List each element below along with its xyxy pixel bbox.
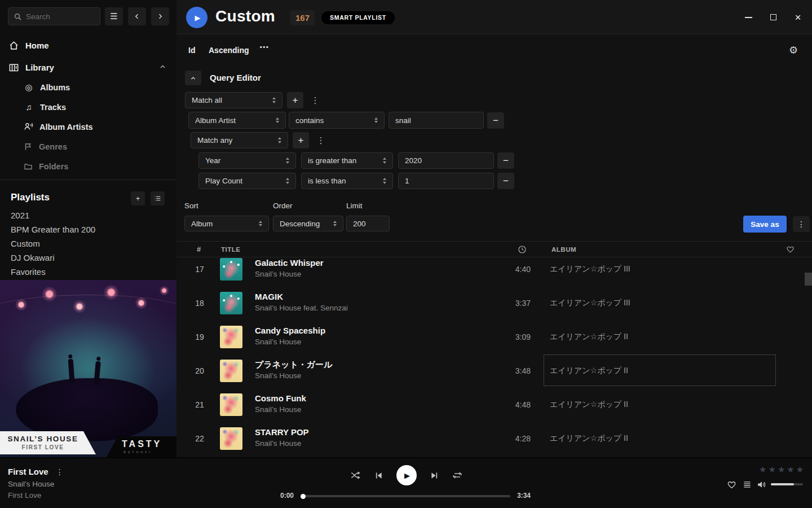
sidebar-item-library[interactable]: Library [0,56,176,78]
duration-column-clock-icon[interactable] [518,245,527,254]
track-album: エイリアン☆ポップ II [550,332,628,342]
track-row[interactable]: 22 STARRY POP Snail’s House 4:28 エイリアン☆ポ… [176,422,812,456]
rule1-field-select[interactable]: Album Artist [188,112,286,129]
now-playing-album[interactable]: First Love [8,491,41,500]
artwork-artist: SNAIL’S HOUSE [0,435,86,443]
previous-icon [374,471,383,480]
sort-field-button[interactable]: Id [188,46,195,55]
repeat-button[interactable] [452,471,462,480]
remove-rule1-button[interactable]: − [487,112,504,129]
add-playlist-button[interactable]: + [131,191,145,205]
sidebar-item-album-artists[interactable]: Album Artists [24,117,93,137]
select-arrows-icon [333,221,337,227]
chevron-up-icon[interactable] [159,63,166,71]
close-button[interactable]: × [793,13,802,22]
star-icon[interactable]: ★ [796,465,804,475]
menu-button[interactable]: ☰ [105,7,123,25]
gear-icon[interactable]: ⚙ [789,44,798,56]
remove-rule2-button[interactable]: − [497,152,514,169]
rule1-value-input[interactable] [389,112,484,129]
playlist-item[interactable]: 2021 [11,208,29,222]
rule2-operator-select[interactable]: is greater than [301,152,393,169]
track-artist: Snail’s House [255,439,301,448]
order-select[interactable]: Descending [273,216,343,231]
match-type-select-2[interactable]: Match any [191,132,288,148]
playlist-list-button[interactable] [151,191,165,205]
seek-bar[interactable] [302,495,510,497]
favorite-heart-icon[interactable] [727,480,736,489]
rule3-field-select[interactable]: Play Count [198,173,296,189]
limit-input[interactable] [346,216,390,231]
rating-stars[interactable]: ★ ★ ★ ★ ★ [759,465,804,475]
rule2-value-input[interactable] [398,152,494,169]
play-playlist-button[interactable]: ▶ [186,7,208,28]
track-art [220,427,242,450]
volume-slider[interactable] [771,483,803,485]
shuffle-icon [350,471,361,480]
query-editor-title: Query Editor [210,73,261,82]
rule2-field-select[interactable]: Year [198,152,296,169]
track-row[interactable]: 20 プラネット・ガール Snail’s House 3:48 エイリアン☆ポッ… [176,354,812,388]
playlist-item[interactable]: BPM Greater than 200 [11,222,95,237]
sidebar-item-genres[interactable]: Genres [24,137,67,156]
play-pause-button[interactable]: ▶ [396,465,417,485]
shuffle-button[interactable] [350,471,361,480]
maximize-icon [770,14,776,20]
albums-icon: ◎ [24,82,34,93]
track-row[interactable]: 19 Candy Spaceship Snail’s House 3:09 エイ… [176,320,812,354]
column-title[interactable]: TITLE [221,246,240,253]
seek-handle[interactable] [301,494,306,499]
sidebar-item-folders[interactable]: Folders [24,156,68,176]
playlist-item[interactable]: Favorites [11,265,46,279]
sidebar-item-tracks[interactable]: ♫ Tracks [24,97,66,117]
track-duration: 4:48 [491,400,531,409]
group-menu-button-1[interactable]: ⋮ [310,95,321,106]
search-input[interactable] [26,12,88,21]
add-rule-button-1[interactable]: + [287,92,303,108]
forward-button[interactable] [151,7,169,25]
sort-select[interactable]: Album [184,216,269,231]
rule3-value-input[interactable] [398,173,494,189]
track-row[interactable]: 17 Galactic Whisper Snail’s House 4:40 エ… [176,252,812,286]
minimize-button[interactable] [744,13,753,22]
group-menu-button-2[interactable]: ⋮ [315,135,326,146]
next-button[interactable] [430,471,439,480]
track-row[interactable]: 21 Cosmo Funk Snail’s House 4:48 エイリアン☆ポ… [176,388,812,422]
sort-direction-button[interactable]: Ascending [209,46,249,55]
star-icon[interactable]: ★ [768,465,775,475]
now-playing-artwork[interactable]: SNAIL’S HOUSE FIRST LOVE TASTY BSTNNXI [0,280,176,457]
rule1-operator-select[interactable]: contains [289,112,385,129]
previous-button[interactable] [374,471,383,480]
app-window: ☰ Home Library ◎ Albums ♫ Tracks Album A… [0,0,812,508]
select-value: Match all [192,96,222,104]
add-rule-button-2[interactable]: + [293,132,309,148]
playlist-item[interactable]: DJ Okawari [11,251,55,265]
save-as-button[interactable]: Save as [743,216,787,233]
sidebar-item-albums[interactable]: ◎ Albums [24,77,70,97]
playlist-item[interactable]: Custom [11,237,40,251]
star-icon[interactable]: ★ [787,465,794,475]
queue-icon[interactable] [743,480,752,489]
sidebar-item-home[interactable]: Home [0,34,176,56]
hamburger-icon: ☰ [110,11,117,21]
select-arrows-icon [278,137,281,143]
scrollbar-thumb[interactable] [805,273,812,286]
match-type-select-1[interactable]: Match all [185,92,283,108]
rule3-operator-select[interactable]: is less than [301,173,393,189]
query-editor-collapse-button[interactable] [185,71,201,85]
more-options-button[interactable]: ⋯ [259,42,268,52]
column-index[interactable]: # [197,245,201,253]
star-icon[interactable]: ★ [778,465,785,475]
maximize-button[interactable] [769,13,778,22]
volume-icon[interactable] [757,480,766,489]
query-menu-button[interactable]: ⋮ [793,216,810,232]
column-album[interactable]: ALBUM [551,246,576,253]
lantern-string [0,295,176,334]
track-row[interactable]: 18 MAGIK Snail’s House feat. Sennzai 3:3… [176,286,812,320]
elapsed-time: 0:00 [266,492,294,500]
select-value: Album [191,220,213,228]
star-icon[interactable]: ★ [759,465,766,475]
remove-rule3-button[interactable]: − [497,173,514,189]
favorite-column-heart-icon[interactable] [786,245,795,253]
back-button[interactable] [128,7,146,25]
